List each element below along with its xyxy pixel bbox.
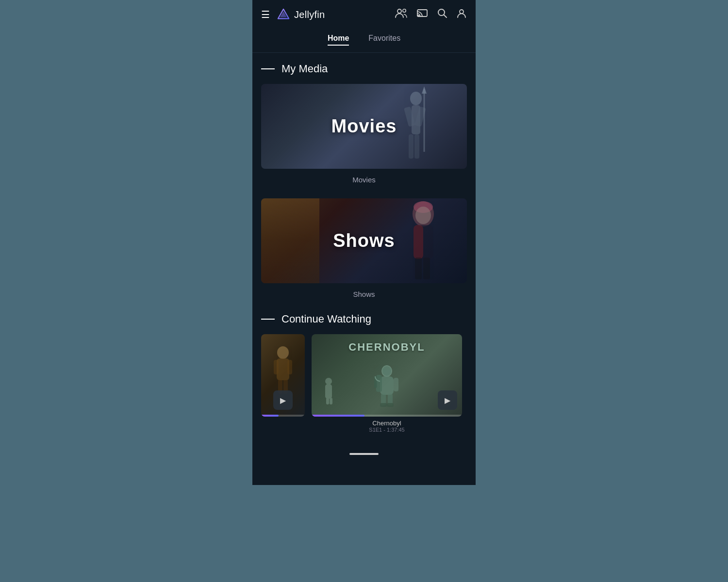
- svg-rect-25: [274, 360, 279, 374]
- svg-rect-41: [326, 398, 329, 404]
- svg-rect-34: [394, 378, 398, 391]
- header: ☰ Jellyfin: [252, 0, 476, 29]
- continue-watching-title: Continue Watching: [281, 313, 371, 325]
- phone-container: ☰ Jellyfin: [252, 0, 476, 485]
- svg-rect-40: [325, 384, 332, 399]
- chernobyl-card-sub: S1E1 - 1:37:45: [312, 427, 462, 433]
- bottom-bar: [252, 447, 476, 461]
- chernobyl-card-name: Chernobyl: [312, 420, 462, 427]
- svg-point-7: [460, 10, 463, 14]
- svg-point-23: [277, 346, 289, 359]
- svg-point-3: [403, 9, 406, 12]
- jellyfin-logo-icon: [277, 8, 290, 21]
- svg-rect-42: [330, 398, 332, 404]
- shows-card-title: Shows: [333, 230, 395, 251]
- my-media-section-header: My Media: [261, 63, 467, 75]
- cw-small-progress-fill: [261, 415, 279, 417]
- svg-line-6: [444, 15, 447, 18]
- continue-watching-scroll: ▶ CHERNOBYL: [261, 334, 467, 437]
- hamburger-icon[interactable]: ☰: [261, 9, 270, 20]
- scroll-indicator: [349, 453, 379, 455]
- svg-rect-37: [380, 403, 387, 407]
- shows-card[interactable]: Shows: [261, 198, 467, 283]
- movies-card[interactable]: Movies: [261, 84, 467, 169]
- cw-small-figure-icon: [266, 344, 300, 397]
- tab-navigation: Home Favorites: [252, 29, 476, 53]
- cw-card-small[interactable]: ▶: [261, 334, 305, 417]
- shows-card-bg: Shows: [261, 198, 467, 283]
- chernobyl-title-overlay: CHERNOBYL: [312, 341, 462, 354]
- cw-small-play-button[interactable]: ▶: [273, 390, 293, 410]
- play-icon: ▶: [280, 396, 286, 405]
- svg-point-30: [382, 366, 391, 376]
- continue-watching-section: Continue Watching: [261, 313, 467, 437]
- chernobyl-progress-bar: [312, 415, 462, 417]
- movies-label-overlay: Movies: [261, 84, 467, 169]
- cw-item-1: ▶: [261, 334, 305, 433]
- tab-favorites[interactable]: Favorites: [368, 34, 400, 46]
- chernobyl-progress-fill: [312, 415, 364, 417]
- cw-section-line: [261, 319, 275, 320]
- movies-card-bg: Movies: [261, 84, 467, 169]
- users-icon[interactable]: [395, 8, 408, 21]
- chernobyl-bg-figures-icon: [319, 375, 338, 404]
- chernobyl-figure-icon: [367, 364, 406, 408]
- shows-label-overlay: Shows: [261, 198, 467, 283]
- cw-item-chernobyl: CHERNOBYL: [312, 334, 462, 433]
- continue-watching-header: Continue Watching: [261, 313, 467, 325]
- header-left: ☰ Jellyfin: [261, 8, 390, 21]
- section-line-decoration: [261, 68, 275, 69]
- cast-icon[interactable]: [416, 8, 428, 21]
- search-icon[interactable]: [437, 8, 447, 21]
- svg-point-2: [397, 9, 401, 13]
- header-icons: [395, 8, 467, 21]
- account-icon[interactable]: [456, 8, 467, 21]
- svg-rect-31: [380, 376, 394, 395]
- cw-small-progress-bar: [261, 415, 305, 417]
- movies-card-subtitle: Movies: [261, 173, 467, 187]
- tab-home[interactable]: Home: [328, 34, 349, 46]
- logo-area: Jellyfin: [277, 8, 325, 21]
- movies-card-title: Movies: [331, 116, 397, 137]
- svg-rect-38: [387, 403, 394, 407]
- svg-point-39: [325, 378, 332, 385]
- chernobyl-play-button[interactable]: ▶: [438, 390, 457, 410]
- my-media-title: My Media: [281, 63, 328, 75]
- main-content: My Media Movies: [252, 53, 476, 447]
- svg-rect-26: [287, 360, 292, 374]
- shows-card-subtitle: Shows: [261, 287, 467, 301]
- cw-card-chernobyl[interactable]: CHERNOBYL: [312, 334, 462, 417]
- chernobyl-card-info: Chernobyl S1E1 - 1:37:45: [312, 420, 462, 433]
- app-name-label: Jellyfin: [294, 9, 325, 20]
- chernobyl-play-icon: ▶: [445, 396, 450, 405]
